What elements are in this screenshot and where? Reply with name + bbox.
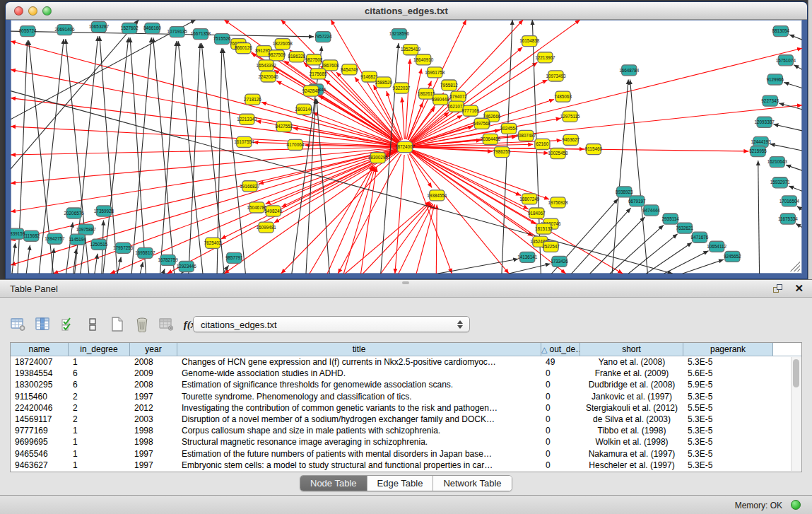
network-node[interactable]: 1250515 — [90, 239, 108, 250]
network-node[interactable]: 10719135 — [167, 27, 188, 37]
network-node[interactable]: 20691406 — [54, 25, 75, 35]
network-node[interactable]: 19166827 — [240, 181, 260, 192]
network-node[interactable]: 9827508 — [305, 54, 323, 65]
network-node[interactable]: 10973493 — [546, 71, 566, 81]
network-node[interactable]: 1733426 — [551, 256, 568, 267]
network-node[interactable]: 17359928 — [94, 206, 114, 216]
show-column-button[interactable] — [35, 316, 52, 333]
network-node[interactable]: 9839159 — [11, 228, 25, 239]
network-node[interactable]: 8454749 — [341, 64, 358, 75]
network-node[interactable]: 1588520 — [375, 77, 392, 88]
table-row[interactable]: 977716911998Corpus callosum shape and si… — [11, 425, 801, 436]
network-graph[interactable]: 9055724206914061065328715276028466160107… — [11, 20, 802, 274]
network-node[interactable]: 4170064 — [287, 139, 305, 150]
network-node[interactable]: 17957255 — [113, 243, 134, 253]
select-rows-button[interactable] — [59, 316, 76, 333]
network-node[interactable]: 6794072 — [449, 91, 467, 102]
network-node[interactable]: 8466160 — [143, 23, 161, 34]
network-node[interactable]: 8427552 — [275, 121, 293, 132]
network-node[interactable]: 7955812 — [440, 80, 458, 90]
new-table-button[interactable] — [109, 316, 126, 333]
network-node[interactable]: 8186328 — [288, 52, 306, 62]
scrollbar-thumb[interactable] — [793, 359, 799, 387]
splitter-handle[interactable] — [402, 281, 409, 284]
table-row[interactable]: 2242004622012Investigating the contribut… — [11, 402, 801, 414]
network-node[interactable]: 16543392 — [256, 60, 276, 71]
network-node[interactable]: 2803144 — [295, 104, 313, 115]
table-row[interactable]: 911546021997Tourette syndrome. Phenomeno… — [11, 391, 801, 402]
network-node[interactable]: 16210643 — [767, 157, 788, 168]
network-node[interactable]: 9463627 — [562, 134, 579, 145]
network-node[interactable]: 16107554 — [234, 136, 254, 147]
delete-table-button[interactable] — [134, 316, 151, 333]
column-header-year[interactable]: year — [130, 343, 177, 356]
column-header-outde[interactable]: △out_de… — [541, 343, 580, 356]
network-node[interactable]: 16961758 — [425, 67, 445, 78]
network-node[interactable]: 18226058 — [273, 39, 293, 49]
network-node[interactable]: 20206576 — [64, 208, 85, 218]
table-row[interactable]: 1456911722003Disruption of a novel membe… — [11, 414, 801, 425]
network-node[interactable]: 18640910 — [413, 54, 434, 65]
network-node[interactable]: 10654112 — [707, 241, 726, 252]
network-node[interactable]: 19384554 — [427, 190, 447, 201]
network-node[interactable]: 8471676 — [691, 232, 709, 243]
network-node[interactable]: 62160 — [535, 139, 550, 149]
network-node[interactable]: 12213967 — [535, 52, 555, 63]
network-node[interactable]: 13525419 — [401, 45, 421, 55]
network-node[interactable]: 9055724 — [19, 26, 37, 37]
network-node[interactable]: 11675334 — [778, 214, 798, 224]
network-node[interactable]: 15932971 — [770, 177, 791, 188]
network-node[interactable]: 1527602 — [121, 23, 139, 34]
network-node[interactable]: 7485063 — [554, 91, 572, 102]
network-node[interactable]: 7632621 — [676, 223, 693, 233]
table-row[interactable]: 1872400712008Changes of HCN gene express… — [11, 356, 801, 368]
column-header-short[interactable]: short — [580, 343, 683, 356]
network-node[interactable]: 16958107 — [135, 247, 155, 258]
network-window-titlebar[interactable]: citations_edges.txt — [6, 2, 807, 20]
column-header-indegree[interactable]: in_degree — [69, 343, 130, 356]
network-node[interactable]: 12093387 — [755, 117, 775, 127]
network-node[interactable]: 7515526 — [213, 34, 231, 45]
import-table-button-disabled[interactable] — [158, 316, 175, 333]
network-node[interactable]: 16782759 — [158, 255, 179, 265]
network-node[interactable]: 18807249 — [519, 194, 540, 204]
network-node[interactable]: 22420046 — [259, 71, 279, 82]
network-node[interactable]: 7957224 — [314, 32, 332, 42]
network-node[interactable]: 10025458 — [548, 148, 568, 159]
network-node[interactable]: 8660126 — [235, 43, 252, 54]
network-node[interactable]: 9115460 — [585, 144, 603, 154]
column-header-title[interactable]: title — [177, 343, 541, 356]
network-node[interactable]: 5498249 — [264, 206, 282, 216]
column-header-name[interactable]: name — [11, 343, 69, 356]
table-settings-button[interactable] — [10, 316, 27, 333]
network-node[interactable]: 18724007 — [395, 141, 416, 152]
network-node[interactable]: 18300295 — [368, 153, 389, 163]
table-row[interactable]: 946362711997Embryonic stem cells: a mode… — [11, 460, 801, 471]
network-node[interactable]: 1815132 — [535, 223, 553, 234]
table-row[interactable]: 969969511998Structural magnetic resonanc… — [11, 436, 801, 448]
network-node[interactable]: 8938923 — [616, 187, 633, 197]
row-height-button[interactable] — [84, 316, 101, 333]
network-node[interactable]: 2935114 — [662, 214, 680, 224]
network-node[interactable]: 9227343 — [761, 95, 779, 106]
network-node[interactable]: 13942757 — [45, 233, 65, 244]
network-node[interactable]: 16154838 — [519, 36, 540, 47]
table-row[interactable]: 1830029562008Estimation of significance … — [11, 379, 801, 390]
tab-network-table[interactable]: Network Table — [433, 476, 511, 491]
network-node[interactable]: 7986255 — [493, 147, 511, 158]
network-node[interactable]: 9777169 — [461, 105, 479, 116]
network-node[interactable]: 12213343 — [237, 114, 257, 124]
tab-edge-table[interactable]: Edge Table — [367, 476, 434, 491]
resize-grip[interactable] — [790, 262, 800, 271]
network-node[interactable]: 16099481 — [256, 222, 276, 233]
network-node[interactable]: 2175685 — [310, 69, 327, 79]
table-row[interactable]: 1938455462009Genome-wide association stu… — [11, 368, 801, 379]
network-node[interactable]: 9245652 — [724, 251, 741, 262]
column-header-pagerank[interactable]: pagerank — [683, 343, 773, 356]
network-node[interactable]: 14136141 — [517, 252, 538, 262]
network-node[interactable]: 9857791 — [225, 252, 243, 263]
network-node[interactable]: 2522547 — [542, 241, 560, 252]
network-node[interactable]: 9322037 — [393, 83, 411, 93]
float-panel-icon[interactable] — [773, 284, 784, 294]
vertical-scrollbar[interactable] — [791, 357, 801, 471]
